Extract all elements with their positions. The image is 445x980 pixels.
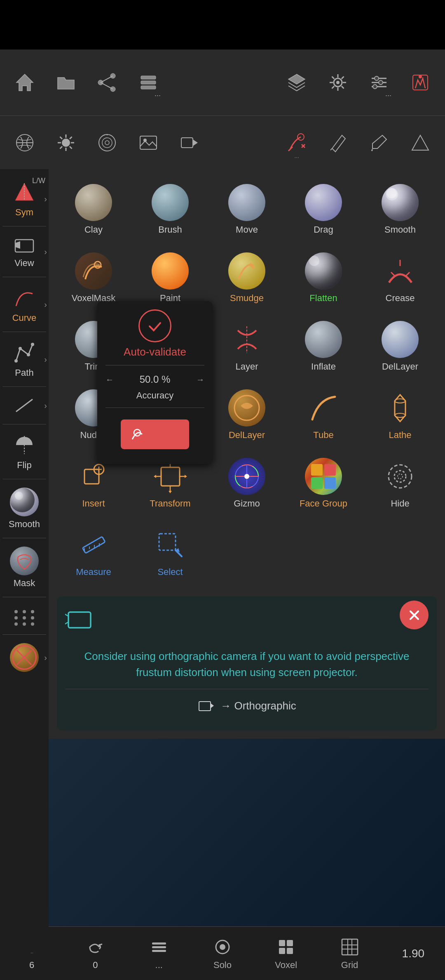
- sidebar-item-sym[interactable]: L/W Sym ›: [0, 173, 49, 224]
- tool-smudge[interactable]: Smudge: [210, 246, 283, 310]
- tool-inflate[interactable]: DelLayer: [363, 314, 437, 379]
- tool-dellayer[interactable]: DelLayer: [210, 383, 283, 447]
- layers-icon[interactable]: [284, 70, 309, 95]
- undo-count: 6: [29, 960, 34, 971]
- top-bar: [0, 0, 445, 49]
- sidebar-item-path[interactable]: Path ›: [0, 334, 49, 385]
- path-icon: [12, 340, 37, 365]
- stack-icon[interactable]: ...: [136, 70, 161, 95]
- project-button[interactable]: Project: [121, 419, 190, 449]
- svg-point-51: [19, 347, 22, 350]
- dellayer-label: DelLayer: [229, 430, 265, 441]
- left-sidebar: L/W Sym › View › Curve ›: [0, 169, 49, 953]
- pen-icon[interactable]: [326, 130, 350, 155]
- tool-split[interactable]: Layer: [210, 314, 283, 379]
- sym-label: Sym: [15, 207, 33, 218]
- close-button[interactable]: [400, 601, 429, 629]
- tool-lathe[interactable]: Lathe: [363, 383, 437, 447]
- tool-tube[interactable]: Tube: [287, 383, 360, 447]
- tool-select[interactable]: Select: [134, 520, 207, 584]
- sidebar-item-brown[interactable]: ›: [0, 636, 49, 678]
- tool-smooth[interactable]: Smooth: [363, 177, 437, 242]
- measure-icon: [75, 526, 112, 563]
- eyedropper-icon[interactable]: [367, 130, 391, 155]
- svg-point-57: [23, 610, 26, 613]
- sidebar-item-smooth[interactable]: Smooth: [0, 481, 49, 536]
- insert-label: Insert: [82, 498, 105, 509]
- sidebar-item-dots[interactable]: [0, 599, 49, 633]
- svg-rect-101: [82, 536, 105, 553]
- tool-move[interactable]: Move: [210, 177, 283, 242]
- brush-cross-icon[interactable]: ...: [284, 130, 309, 155]
- tool-brush[interactable]: Brush: [134, 177, 207, 242]
- tool-clay[interactable]: Clay: [57, 177, 130, 242]
- image-icon[interactable]: [136, 130, 161, 155]
- triangle-icon[interactable]: [408, 130, 433, 155]
- svg-line-69: [405, 272, 410, 276]
- ortho-button[interactable]: → Orthographic: [65, 689, 429, 722]
- sliders-icon[interactable]: ...: [367, 70, 391, 95]
- clay-icon: [75, 184, 112, 221]
- tool-crease[interactable]: Crease: [363, 246, 437, 310]
- svg-rect-75: [84, 469, 99, 484]
- main-content: L/W Sym › View › Curve ›: [0, 169, 445, 953]
- svg-line-44: [372, 149, 372, 151]
- render-icon[interactable]: [408, 70, 433, 95]
- sidebar-item-curve[interactable]: Curve ›: [0, 279, 49, 330]
- tool-gizmo[interactable]: Gizmo: [210, 451, 283, 516]
- svg-point-53: [31, 343, 34, 346]
- home-icon[interactable]: [12, 70, 37, 95]
- sidebar-item-view[interactable]: View ›: [0, 228, 49, 275]
- clay-label: Clay: [84, 224, 103, 235]
- radial-icon[interactable]: [95, 130, 119, 155]
- sidebar-divider-2: [2, 277, 46, 277]
- svg-point-61: [31, 616, 34, 620]
- view-icon: [12, 235, 37, 255]
- folder-icon[interactable]: [54, 70, 78, 95]
- second-toolbar-left: [12, 130, 268, 155]
- brush-label: Brush: [158, 224, 182, 235]
- tool-voxelmask[interactable]: VoxelMask: [57, 246, 130, 310]
- tool-layer[interactable]: Inflate: [287, 314, 360, 379]
- dellayer-icon: [228, 389, 265, 426]
- facegroup-label: Face Group: [300, 498, 347, 509]
- grid-tool-icon[interactable]: [12, 130, 37, 155]
- view-label: View: [14, 258, 34, 269]
- popup-accuracy-row[interactable]: ← 50.0 % →: [105, 370, 204, 389]
- svg-marker-38: [193, 139, 198, 146]
- gizmo-label: Gizmo: [234, 498, 260, 509]
- sun-icon[interactable]: [54, 130, 78, 155]
- check-circle[interactable]: [138, 309, 171, 342]
- sidebar-item-mask[interactable]: Mask: [0, 540, 49, 595]
- tool-facegroup[interactable]: Face Group: [287, 451, 360, 516]
- share-icon[interactable]: [95, 70, 119, 95]
- camera-icon-row: [65, 605, 429, 634]
- close-icon: [407, 608, 422, 622]
- tool-drag[interactable]: Drag: [287, 177, 360, 242]
- popup-project-item[interactable]: Project: [105, 413, 204, 456]
- sidebar-item-line[interactable]: ›: [0, 389, 49, 422]
- smooth-sidebar-label: Smooth: [9, 519, 40, 530]
- header-toolbar: ... ...: [0, 49, 445, 115]
- svg-point-16: [379, 80, 383, 85]
- video-icon[interactable]: [177, 130, 202, 155]
- gizmo-icon: [228, 458, 265, 495]
- settings-icon[interactable]: [326, 70, 350, 95]
- line-icon: [12, 395, 37, 416]
- solo-label: Solo: [213, 960, 232, 971]
- tool-hide[interactable]: Hide: [363, 451, 437, 516]
- sidebar-item-flip[interactable]: Flip: [0, 426, 49, 477]
- camera-icon-box[interactable]: [65, 605, 94, 634]
- sym-arrow: ›: [44, 194, 47, 204]
- second-toolbar: ...: [0, 115, 445, 169]
- svg-line-68: [391, 272, 395, 276]
- tool-paint[interactable]: Paint: [134, 246, 207, 310]
- tool-measure[interactable]: Measure: [57, 520, 130, 584]
- select-label: Select: [157, 567, 183, 577]
- popup-divider-1: [105, 365, 204, 365]
- move-icon: [228, 184, 265, 221]
- popup-menu: Auto-validate ← 50.0 % → Accuracy Projec…: [97, 301, 213, 464]
- svg-point-33: [105, 141, 109, 145]
- tool-flatten[interactable]: Flatten: [287, 246, 360, 310]
- curve-icon: [12, 285, 37, 310]
